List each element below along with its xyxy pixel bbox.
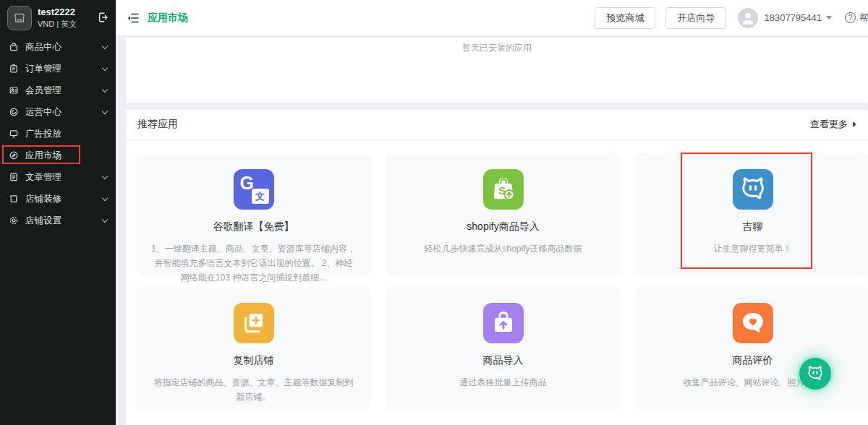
sidebar-item-operation-center[interactable]: 运营中心: [0, 101, 116, 123]
sidebar-item-label: 运营中心: [25, 106, 61, 119]
empty-state-text: 暂无已安装的应用: [126, 38, 868, 54]
account-phone: 18307795441: [764, 12, 822, 23]
app-card-product-review[interactable]: 商品评价 收集产品评论、网站评论、照片评论: [635, 287, 868, 410]
app-card-shopify-import[interactable]: S shopify商品导入 轻松几步快速完成从shopify迁移商品数据: [386, 153, 621, 276]
sidebar-item-label: 店铺装修: [25, 193, 61, 205]
shopfront-icon: [9, 194, 19, 204]
app-description: 将指定店铺的商品、资源、文章、主题等数据复制到新店铺。: [150, 375, 357, 404]
sidebar-item-app-market[interactable]: 应用市场: [0, 145, 116, 166]
app-name: shopify商品导入: [386, 220, 621, 233]
help-button[interactable]: ? 帮助: [845, 12, 868, 25]
live-chat-button[interactable]: [799, 358, 831, 390]
account-currency-language: VND | 英文: [38, 20, 77, 30]
sidebar-item-label: 订单管理: [25, 63, 61, 75]
view-more-link[interactable]: 查看更多: [810, 118, 856, 131]
sidebar-item-article-management[interactable]: 文章管理: [0, 166, 116, 188]
account-name: test2222: [38, 7, 77, 18]
chat-cat-icon: [806, 364, 825, 383]
jiliao-cat-icon: [733, 169, 773, 210]
question-icon: ?: [845, 12, 856, 23]
help-label: 帮助: [859, 12, 868, 25]
gear-icon: [9, 215, 19, 226]
chevron-down-icon: [102, 194, 108, 200]
sidebar-item-label: 广告投放: [25, 128, 61, 140]
app-card-copy-shop[interactable]: 复制店铺 将指定店铺的商品、资源、文章、主题等数据复制到新店铺。: [136, 287, 371, 410]
sidebar-item-order-management[interactable]: 订单管理: [0, 58, 116, 80]
clipboard-icon: [9, 64, 19, 74]
sidebar-item-store-settings[interactable]: 店铺设置: [0, 210, 116, 231]
app-name: 商品导入: [386, 354, 621, 367]
recommended-apps-panel: 推荐应用 查看更多 G 文 谷歌翻译【免费】 1、一键翻译主题、商品、文章、资源…: [126, 110, 868, 425]
product-import-icon: [483, 303, 524, 343]
installed-apps-panel: 暂无已安装的应用: [126, 38, 868, 103]
app-name: 吉聊: [635, 220, 868, 233]
app-description: 轻松几步快速完成从shopify迁移商品数据: [400, 241, 606, 256]
monitor-icon: [9, 129, 19, 139]
chevron-down-icon: [102, 173, 108, 179]
storefront-icon: [12, 11, 27, 25]
chevron-down-icon: [102, 108, 108, 113]
sidebar-item-ad-delivery[interactable]: 广告投放: [0, 123, 116, 145]
app-description: 让生意聊得更简单！: [650, 241, 856, 256]
account-texts: test2222 VND | 英文: [38, 7, 77, 30]
sidebar-item-product-center[interactable]: 商品中心: [0, 36, 116, 58]
copy-shop-icon: [234, 303, 274, 343]
chevron-down-icon: [102, 43, 108, 48]
app-name: 商品评价: [635, 354, 868, 367]
logout-button[interactable]: [97, 12, 109, 26]
account-menu[interactable]: 18307795441: [764, 12, 832, 23]
store-avatar: [7, 6, 32, 30]
shopify-icon: S: [483, 169, 524, 210]
chevron-down-icon: [102, 216, 108, 222]
chevron-down-icon: [826, 16, 832, 20]
sidebar-item-label: 应用市场: [25, 150, 61, 162]
setup-guide-button[interactable]: 开店向导: [665, 7, 726, 29]
collapse-sidebar-icon[interactable]: [126, 11, 140, 25]
sidebar-item-store-decoration[interactable]: 店铺装修: [0, 188, 116, 210]
operation-icon: [9, 107, 19, 117]
person-icon: [738, 8, 758, 28]
preview-store-button[interactable]: 预览商城: [595, 7, 655, 29]
page-title: 应用市场: [148, 12, 188, 25]
sidebar: test2222 VND | 英文 商品中心 订单管理: [0, 0, 116, 425]
app-description: 通过表格批量上传商品: [400, 375, 606, 390]
app-card-grid: G 文 谷歌翻译【免费】 1、一键翻译主题、商品、文章、资源库等店铺内容，并智能…: [126, 139, 868, 410]
topbar: 应用市场 预览商城 开店向导 18307795441 ? 帮助: [116, 0, 868, 36]
recommended-title: 推荐应用: [137, 118, 178, 131]
compass-icon: [9, 150, 19, 160]
chevron-down-icon: [102, 64, 108, 70]
view-more-label: 查看更多: [810, 118, 848, 131]
app-card-jiliao[interactable]: 吉聊 让生意聊得更简单！: [635, 153, 868, 276]
app-description: 1、一键翻译主题、商品、文章、资源库等店铺内容，并智能填充多语言文本到它该出现的…: [150, 241, 357, 285]
review-icon: [733, 303, 773, 343]
app-name: 谷歌翻译【免费】: [136, 220, 371, 233]
recommended-header: 推荐应用 查看更多: [126, 110, 868, 139]
app-name: 复制店铺: [136, 354, 371, 367]
translate-glyph: 文: [252, 189, 269, 204]
sidebar-item-label: 店铺设置: [25, 215, 61, 227]
app-card-google-translate[interactable]: G 文 谷歌翻译【免费】 1、一键翻译主题、商品、文章、资源库等店铺内容，并智能…: [136, 153, 371, 276]
sidebar-menu: 商品中心 订单管理 会员管理 运营中心: [0, 36, 116, 231]
account-summary: test2222 VND | 英文: [0, 0, 116, 36]
logout-icon: [97, 12, 109, 23]
topbar-actions: 预览商城 开店向导 18307795441 ? 帮助: [584, 7, 868, 29]
chevron-down-icon: [102, 86, 108, 92]
sidebar-item-label: 文章管理: [25, 171, 61, 184]
main-content: 暂无已安装的应用 推荐应用 查看更多 G 文 谷歌翻译【免费】 1、一键翻译主题…: [116, 36, 868, 425]
app-card-product-import[interactable]: 商品导入 通过表格批量上传商品: [386, 287, 621, 410]
sidebar-item-label: 商品中心: [25, 41, 61, 53]
bag-icon: [9, 42, 19, 52]
google-translate-icon: G 文: [234, 169, 274, 210]
user-avatar[interactable]: [738, 8, 758, 28]
arrow-right-icon: [853, 121, 856, 127]
sidebar-item-member-management[interactable]: 会员管理: [0, 80, 116, 101]
article-icon: [9, 172, 19, 182]
sidebar-item-label: 会员管理: [25, 85, 61, 97]
member-card-icon: [9, 85, 19, 95]
